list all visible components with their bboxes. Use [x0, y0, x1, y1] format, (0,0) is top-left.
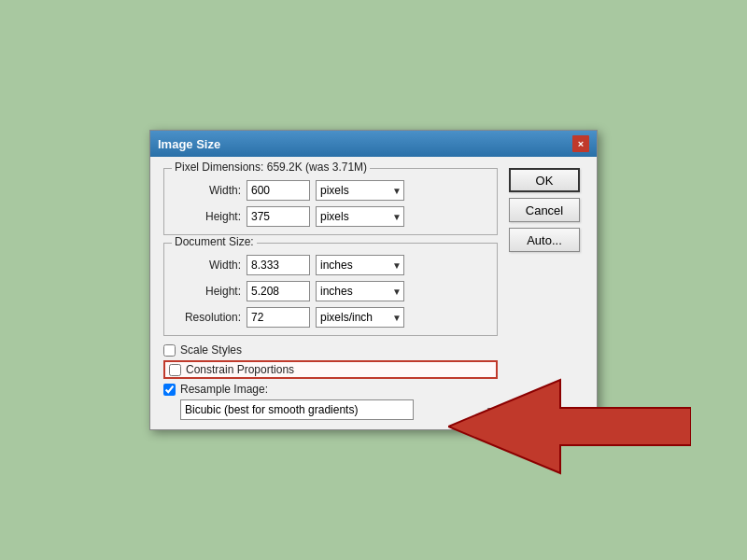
doc-width-label: Width:: [174, 259, 241, 272]
resample-image-row: Resample Image:: [163, 383, 498, 396]
resolution-row: Resolution: pixels/inch pixels/cm ▼: [174, 307, 487, 328]
doc-height-input[interactable]: [247, 281, 310, 301]
resample-method-wrap: Bicubic (best for smooth gradients) Near…: [180, 399, 498, 420]
resample-image-checkbox[interactable]: [163, 384, 176, 396]
scale-styles-row: Scale Styles: [163, 343, 498, 357]
resample-method-arrow: ▼: [486, 405, 495, 415]
doc-width-unit-select[interactable]: inches cm mm: [316, 255, 404, 275]
doc-height-label: Height:: [174, 285, 241, 298]
doc-height-unit-select[interactable]: inches cm mm: [316, 281, 404, 301]
resolution-label: Resolution:: [174, 311, 241, 324]
resample-image-label: Resample Image:: [180, 383, 268, 396]
pixel-width-label: Width:: [174, 184, 241, 197]
doc-width-row: Width: inches cm mm ▼: [174, 255, 487, 275]
pixel-width-row: Width: pixels percent ▼: [174, 180, 487, 201]
pixel-height-unit-wrap: pixels percent ▼: [316, 206, 404, 227]
pixel-width-unit-select[interactable]: pixels percent: [316, 180, 404, 201]
doc-width-input[interactable]: [247, 255, 310, 275]
pixel-height-label: Height:: [174, 210, 241, 223]
scale-styles-label: Scale Styles: [180, 343, 242, 357]
resolution-unit-select[interactable]: pixels/inch pixels/cm: [316, 307, 404, 328]
document-size-label: Document Size:: [172, 235, 257, 248]
checkbox-section: Scale Styles Constrain Proportions Resam…: [163, 343, 498, 420]
title-bar: Image Size ×: [150, 131, 597, 157]
resolution-input[interactable]: [247, 307, 310, 328]
resample-method-select[interactable]: Bicubic (best for smooth gradients) Near…: [180, 399, 414, 420]
document-size-section: Document Size: Width: inches cm mm: [163, 243, 498, 336]
doc-height-row: Height: inches cm mm ▼: [174, 281, 487, 301]
pixel-height-input[interactable]: [247, 206, 310, 227]
pixel-width-input[interactable]: [247, 180, 310, 201]
constrain-proportions-row: Constrain Proportions: [163, 360, 498, 379]
close-button[interactable]: ×: [572, 135, 589, 152]
image-size-dialog: Image Size × Pixel Dimensions: 659.2K (w…: [149, 130, 598, 430]
dialog-title: Image Size: [158, 137, 220, 151]
dialog-body: Pixel Dimensions: 659.2K (was 3.71M) Wid…: [150, 157, 597, 429]
scale-styles-checkbox[interactable]: [163, 344, 176, 357]
dialog-left-panel: Pixel Dimensions: 659.2K (was 3.71M) Wid…: [163, 168, 498, 420]
constrain-proportions-checkbox[interactable]: [169, 364, 181, 376]
cancel-button[interactable]: Cancel: [509, 198, 580, 222]
doc-height-unit-wrap: inches cm mm ▼: [316, 281, 404, 301]
resolution-unit-wrap: pixels/inch pixels/cm ▼: [316, 307, 404, 328]
pixel-width-unit-wrap: pixels percent ▼: [316, 180, 404, 201]
doc-width-unit-wrap: inches cm mm ▼: [316, 255, 404, 275]
pixel-dimensions-section: Pixel Dimensions: 659.2K (was 3.71M) Wid…: [163, 168, 498, 235]
auto-button[interactable]: Auto...: [509, 228, 580, 252]
dialog-buttons-panel: OK Cancel Auto...: [509, 168, 584, 420]
pixel-dimensions-label: Pixel Dimensions: 659.2K (was 3.71M): [172, 161, 370, 174]
constrain-proportions-label: Constrain Proportions: [186, 363, 294, 376]
ok-button[interactable]: OK: [509, 168, 580, 192]
pixel-height-unit-select[interactable]: pixels percent: [316, 206, 404, 227]
pixel-height-row: Height: pixels percent ▼: [174, 206, 487, 227]
